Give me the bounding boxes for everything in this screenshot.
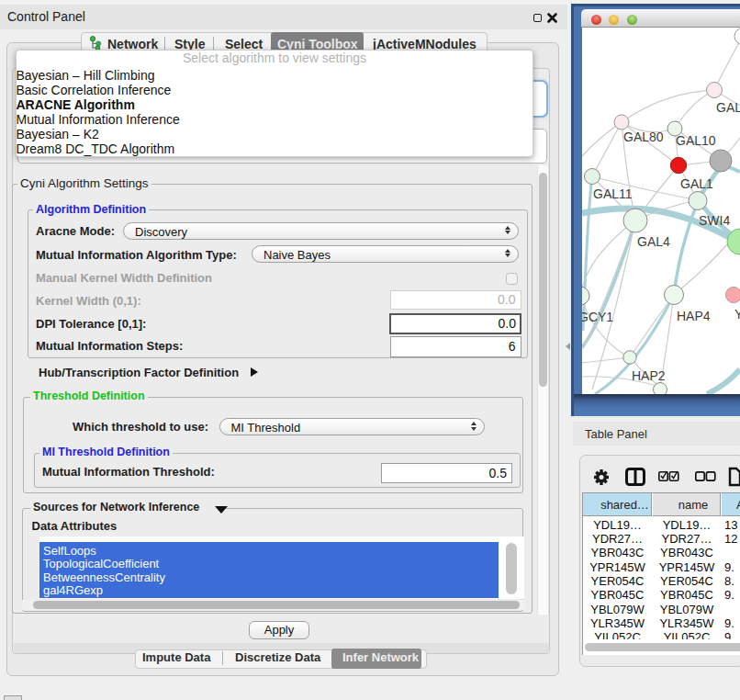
svg-text:GCY1: GCY1 (582, 310, 613, 324)
svg-text:GAL1: GAL1 (680, 176, 713, 191)
svg-text:GAL7: GAL7 (716, 100, 740, 115)
svg-text:SWI4: SWI4 (699, 213, 730, 228)
svg-text:GAL10: GAL10 (676, 133, 716, 148)
svg-text:Y: Y (734, 307, 740, 322)
svg-text:GAL11: GAL11 (593, 186, 633, 201)
svg-text:GAL80: GAL80 (623, 130, 664, 144)
svg-text:HAP2: HAP2 (632, 368, 666, 383)
svg-text:GAL4: GAL4 (637, 234, 670, 249)
svg-text:HAP4: HAP4 (677, 309, 711, 323)
